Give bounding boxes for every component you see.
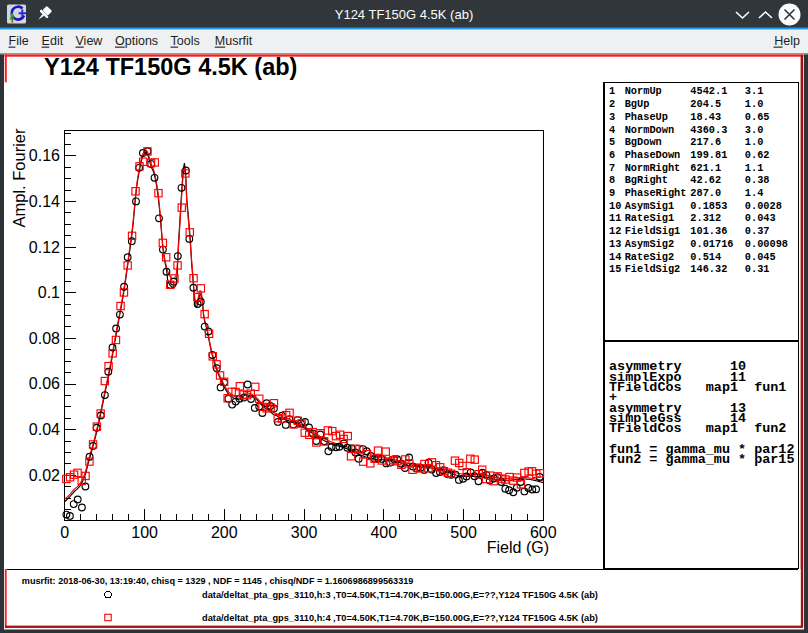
svg-text:7: 7 [609, 162, 615, 174]
svg-text:287.0: 287.0 [690, 187, 721, 199]
svg-text:NormRight: NormRight [625, 162, 681, 174]
svg-text:AsymSig2: AsymSig2 [625, 238, 674, 250]
svg-text:1.1: 1.1 [745, 162, 764, 174]
svg-text:10: 10 [609, 200, 621, 212]
svg-text:3.1: 3.1 [745, 85, 764, 97]
svg-text:View: View [76, 34, 104, 48]
svg-text:3: 3 [609, 111, 615, 123]
svg-text:300: 300 [291, 524, 318, 541]
svg-text:Help: Help [774, 34, 800, 48]
svg-text:0.62: 0.62 [745, 149, 770, 161]
svg-text:0.045: 0.045 [745, 251, 776, 263]
svg-text:File: File [9, 34, 29, 48]
svg-text:Tools: Tools [171, 34, 200, 48]
svg-text:RateSig2: RateSig2 [625, 251, 674, 263]
svg-text:13: 13 [609, 238, 621, 250]
svg-text:Y124 TF150G 4.5K (ab): Y124 TF150G 4.5K (ab) [44, 54, 297, 80]
svg-text:PhaseRight: PhaseRight [625, 187, 687, 199]
svg-text:2.312: 2.312 [690, 212, 721, 224]
svg-text:musrfit: 2018-06-30, 13:19:40,: musrfit: 2018-06-30, 13:19:40, chisq = 1… [22, 576, 414, 586]
svg-text:Ampl. Fourier: Ampl. Fourier [10, 128, 28, 228]
svg-text:146.32: 146.32 [690, 263, 727, 275]
svg-text:0.01716: 0.01716 [690, 238, 733, 250]
svg-text:100: 100 [131, 524, 158, 541]
svg-text:400: 400 [370, 524, 397, 541]
svg-text:500: 500 [450, 524, 477, 541]
svg-text:8: 8 [609, 174, 615, 186]
svg-text:Options: Options [115, 34, 158, 48]
svg-text:0.514: 0.514 [690, 251, 721, 263]
svg-text:0.37: 0.37 [745, 225, 770, 237]
svg-text:TFieldCos map1 fun2: TFieldCos map1 fun2 [609, 421, 786, 436]
svg-text:9: 9 [609, 187, 615, 199]
svg-text:fun2 = gamma_mu * par15: fun2 = gamma_mu * par15 [609, 452, 794, 467]
svg-text:0.14: 0.14 [29, 193, 60, 210]
svg-text:204.5: 204.5 [690, 98, 721, 110]
svg-text:0.1: 0.1 [38, 284, 60, 301]
svg-text:Y124 TF150G 4.5K (ab): Y124 TF150G 4.5K (ab) [335, 7, 474, 22]
svg-text:101.36: 101.36 [690, 225, 727, 237]
svg-text:0.00098: 0.00098 [745, 238, 788, 250]
svg-text:1.0: 1.0 [745, 98, 764, 110]
svg-text:600: 600 [530, 524, 557, 541]
svg-text:4360.3: 4360.3 [690, 124, 727, 136]
svg-text:199.81: 199.81 [690, 149, 727, 161]
svg-text:14: 14 [609, 251, 621, 263]
svg-text:0.043: 0.043 [745, 212, 776, 224]
svg-text:18.43: 18.43 [690, 111, 721, 123]
svg-text:4542.1: 4542.1 [690, 85, 727, 97]
svg-text:PhaseUp: PhaseUp [625, 111, 668, 123]
svg-text:4: 4 [609, 124, 615, 136]
svg-text:Musrfit: Musrfit [215, 34, 253, 48]
svg-text:0.0028: 0.0028 [745, 200, 782, 212]
svg-text:0.65: 0.65 [745, 111, 770, 123]
svg-text:0.06: 0.06 [29, 375, 60, 392]
svg-text:BgRight: BgRight [625, 174, 668, 186]
svg-text:15: 15 [609, 263, 621, 275]
svg-text:0.31: 0.31 [745, 263, 770, 275]
svg-text:11: 11 [609, 212, 621, 224]
svg-text:0.04: 0.04 [29, 421, 60, 438]
svg-text:0.16: 0.16 [29, 147, 60, 164]
svg-text:AsymSig1: AsymSig1 [625, 200, 674, 212]
svg-text:0.38: 0.38 [745, 174, 770, 186]
svg-text:12: 12 [609, 225, 621, 237]
svg-text:1.4: 1.4 [745, 187, 764, 199]
svg-text:FieldSig2: FieldSig2 [625, 263, 681, 275]
svg-text:217.6: 217.6 [690, 136, 721, 148]
svg-text:NormDown: NormDown [625, 124, 674, 136]
svg-text:RateSig1: RateSig1 [625, 212, 674, 224]
svg-text:data/deltat_pta_gps_3110,h:4 ,: data/deltat_pta_gps_3110,h:4 ,T0=4.50K,T… [202, 613, 598, 623]
svg-text:2: 2 [609, 98, 615, 110]
svg-text:6: 6 [609, 149, 615, 161]
svg-text:3.0: 3.0 [745, 124, 764, 136]
svg-text:42.62: 42.62 [690, 174, 721, 186]
svg-text:PhaseDown: PhaseDown [625, 149, 681, 161]
svg-text:TFieldCos map1 fun1: TFieldCos map1 fun1 [609, 380, 786, 395]
svg-text:NormUp: NormUp [625, 85, 662, 97]
svg-text:Field (G): Field (G) [487, 539, 549, 556]
svg-text:1: 1 [609, 85, 615, 97]
svg-text:0.12: 0.12 [29, 239, 60, 256]
svg-text:0.02: 0.02 [29, 467, 60, 484]
svg-text:0.08: 0.08 [29, 330, 60, 347]
svg-text:BgUp: BgUp [625, 98, 650, 110]
svg-text:1.0: 1.0 [745, 136, 764, 148]
svg-text:data/deltat_pta_gps_3110,h:3 ,: data/deltat_pta_gps_3110,h:3 ,T0=4.50K,T… [202, 590, 598, 600]
svg-text:BgDown: BgDown [625, 136, 662, 148]
svg-text:200: 200 [211, 524, 238, 541]
svg-text:0.1853: 0.1853 [690, 200, 727, 212]
svg-text:FieldSig1: FieldSig1 [625, 225, 681, 237]
svg-text:0: 0 [60, 524, 69, 541]
svg-text:Edit: Edit [42, 34, 64, 48]
svg-text:621.1: 621.1 [690, 162, 721, 174]
svg-text:5: 5 [609, 136, 615, 148]
